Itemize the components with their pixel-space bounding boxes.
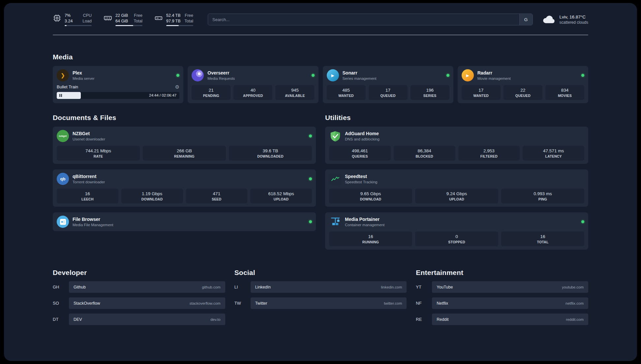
- playback-progress-bar[interactable]: 24:44 / 02:06:47: [57, 92, 179, 99]
- service-card-plex[interactable]: ❯ Plex Media server Bullet Train ⚙ 24:44…: [53, 66, 183, 103]
- stat-value: 9.24 Gbps: [416, 191, 498, 196]
- section-heading-media: Media: [53, 53, 588, 61]
- stat-label: AVAILABLE: [276, 94, 314, 98]
- weather-condition: scattered clouds: [560, 20, 588, 25]
- bookmark-link-github[interactable]: Github github.com: [69, 281, 225, 293]
- portainer-crane-icon: [329, 216, 341, 228]
- disk-progress-fill: [166, 25, 179, 26]
- service-card-nzbget[interactable]: nzbget NZBGet Usenet downloader 744.21 M…: [53, 127, 316, 164]
- service-title: AdGuard Home: [345, 131, 380, 136]
- stat-box: 485WANTED: [327, 85, 366, 100]
- stat-box: 266 GBREMAINING: [143, 146, 226, 161]
- stat-label: LEECH: [57, 197, 118, 201]
- service-subtitle: Movie management: [477, 76, 511, 80]
- bookmark-link-linkedin[interactable]: LinkedIn linkedin.com: [251, 281, 407, 293]
- service-card-qbittorrent[interactable]: qb qBittorrent Torrent downloader 16LEEC…: [53, 169, 316, 207]
- bookmark-url: stackoverflow.com: [190, 301, 221, 305]
- stat-label: APPROVED: [234, 94, 272, 98]
- bookmark-name: StackOverflow: [74, 301, 100, 306]
- service-title: Sonarr: [343, 70, 377, 76]
- stat-value: 9.65 Gbps: [330, 191, 412, 196]
- bookmark-abbr: GH: [53, 285, 64, 289]
- bookmark-link-twitter[interactable]: Twitter twitter.com: [251, 297, 407, 309]
- service-card-speedtest[interactable]: Speedtest Speedtest Tracking 9.65 GbpsDO…: [325, 169, 588, 207]
- stat-label: MOVIES: [546, 94, 584, 98]
- bookmark-name: DEV: [74, 317, 82, 322]
- cpu-widget: 7%CPU 3.24Load: [53, 13, 92, 26]
- stat-value: 40: [234, 88, 272, 93]
- stat-box: 834MOVIES: [545, 85, 584, 100]
- service-title: Radarr: [477, 70, 511, 76]
- service-header: ❯ Plex Media server: [57, 69, 179, 81]
- search-bar: G: [208, 14, 533, 25]
- stat-box: 945AVAILABLE: [275, 85, 314, 100]
- documents-column: Documents & Files nzbget NZBGet Usenet d…: [53, 114, 316, 231]
- service-subtitle: Media Requests: [207, 76, 235, 80]
- stat-label: QUEUED: [504, 94, 542, 98]
- status-dot: [446, 74, 449, 77]
- stat-value: 2,953: [459, 148, 519, 153]
- service-card-filebrowser[interactable]: File Browser Media File Management: [53, 212, 316, 231]
- stat-label: WANTED: [327, 94, 365, 98]
- stat-value: 945: [276, 88, 314, 93]
- nzbget-icon: nzbget: [57, 130, 69, 142]
- stat-label: LATENCY: [523, 154, 584, 158]
- stat-label: UPLOAD: [251, 197, 311, 201]
- speedtest-graph-icon: [329, 173, 341, 185]
- section-heading-developer: Developer: [53, 269, 225, 277]
- service-subtitle: Usenet downloader: [73, 137, 105, 141]
- stat-label: RATE: [57, 154, 139, 158]
- stat-label: DOWNLOADED: [229, 154, 311, 158]
- stat-label: RUNNING: [330, 240, 412, 244]
- status-dot: [581, 220, 584, 223]
- stats-row: 16RUNNING 0STOPPED 16TOTAL: [329, 228, 584, 246]
- bookmark-link-dev[interactable]: DEV dev.to: [69, 314, 225, 325]
- stat-label: QUEUED: [369, 94, 407, 98]
- bookmark-abbr: SO: [53, 301, 64, 306]
- bookmark-link-stackoverflow[interactable]: StackOverflow stackoverflow.com: [69, 297, 225, 309]
- cpu-usage-value: 7%: [65, 13, 71, 18]
- stat-box: 2,953FILTERED: [458, 146, 520, 161]
- service-title: NZBGet: [73, 131, 105, 136]
- stat-value: 471: [187, 191, 247, 196]
- service-card-portainer[interactable]: Media Portainer Container management 16R…: [325, 212, 588, 250]
- service-card-adguard[interactable]: AdGuard Home DNS and adblocking 498,461Q…: [325, 127, 588, 164]
- service-header: File Browser Media File Management: [57, 216, 312, 228]
- stat-value: 16: [502, 234, 584, 239]
- stat-box: 9.65 GbpsDOWNLOAD: [329, 189, 412, 203]
- bookmark-link-youtube[interactable]: YouTube youtube.com: [432, 281, 588, 293]
- service-card-overseerr[interactable]: Overseerr Media Requests 21PENDING 40APP…: [188, 66, 318, 103]
- gear-icon[interactable]: ⚙: [175, 84, 179, 89]
- bookmark-link-reddit[interactable]: Reddit reddit.com: [432, 314, 588, 325]
- stat-box: 16TOTAL: [501, 231, 584, 246]
- stat-value: 39.6 TB: [229, 148, 311, 153]
- bookmark-link-netflix[interactable]: Netflix netflix.com: [432, 297, 588, 309]
- section-heading-social: Social: [234, 269, 407, 277]
- stat-box: 0STOPPED: [415, 231, 498, 246]
- service-subtitle: Container management: [345, 223, 384, 227]
- stat-value: 17: [462, 88, 500, 93]
- stat-label: TOTAL: [502, 240, 584, 244]
- stat-value: 498,461: [330, 148, 390, 153]
- status-dot: [581, 74, 584, 77]
- service-card-sonarr[interactable]: ▶ Sonarr Series management 485WANTED 17Q…: [323, 66, 453, 103]
- stat-value: 22: [504, 88, 542, 93]
- pause-icon[interactable]: [59, 94, 62, 97]
- search-provider-button[interactable]: G: [519, 14, 533, 25]
- overseerr-icon: [192, 69, 204, 81]
- stat-box: 86,384BLOCKED: [394, 146, 455, 161]
- stat-value: 618.52 Mbps: [251, 191, 311, 196]
- stat-value: 1.19 Gbps: [122, 191, 182, 196]
- bookmark-abbr: TW: [234, 301, 246, 306]
- bookmark-name: YouTube: [437, 285, 453, 289]
- section-heading-entertainment: Entertainment: [416, 269, 588, 277]
- memory-progress-fill: [115, 25, 133, 26]
- service-card-radarr[interactable]: ▶ Radarr Movie management 17WANTED 22QUE…: [458, 66, 588, 103]
- search-input[interactable]: [208, 14, 519, 25]
- bookmark-name: LinkedIn: [255, 285, 271, 289]
- memory-total-label: Total: [134, 18, 142, 24]
- status-dot: [309, 177, 312, 180]
- stat-label: UPLOAD: [416, 197, 498, 201]
- cpu-load-label: Load: [82, 18, 92, 24]
- service-title: File Browser: [73, 217, 113, 222]
